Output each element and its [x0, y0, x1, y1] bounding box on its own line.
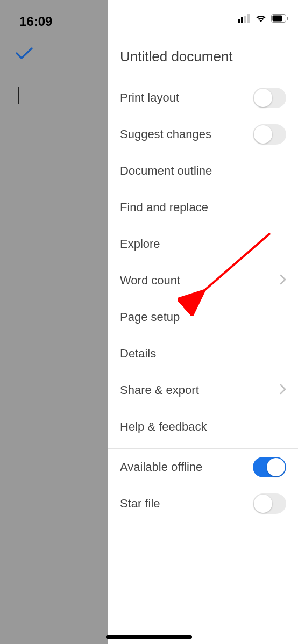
menu-explore[interactable]: Explore — [108, 226, 298, 262]
svg-rect-1 — [241, 17, 243, 23]
panel-header: Untitled document — [108, 0, 298, 76]
home-indicator[interactable] — [106, 635, 192, 639]
menu-label: Suggest changes — [120, 127, 211, 141]
menu-label: Explore — [120, 237, 160, 251]
overflow-menu-panel: Untitled document Print layout Suggest c… — [108, 0, 298, 644]
confirm-check-icon[interactable] — [15, 46, 33, 63]
menu-document-outline[interactable]: Document outline — [108, 153, 298, 189]
svg-rect-0 — [238, 19, 240, 23]
cellular-signal-icon — [238, 14, 251, 23]
toggle-available-offline[interactable] — [253, 457, 286, 477]
menu-label: Help & feedback — [120, 420, 207, 434]
menu-suggest-changes[interactable]: Suggest changes — [108, 116, 298, 153]
menu-label: Star file — [120, 497, 160, 511]
menu-label: Details — [120, 347, 156, 361]
menu-star-file[interactable]: Star file — [108, 485, 298, 522]
menu-word-count[interactable]: Word count — [108, 262, 298, 299]
status-bar-right — [238, 14, 288, 23]
svg-rect-5 — [273, 16, 282, 22]
menu-share-export[interactable]: Share & export — [108, 372, 298, 409]
menu-details[interactable]: Details — [108, 335, 298, 372]
svg-rect-3 — [247, 14, 250, 23]
wifi-icon — [255, 14, 267, 23]
menu-help-feedback[interactable]: Help & feedback — [108, 409, 298, 445]
menu-print-layout[interactable]: Print layout — [108, 80, 298, 116]
menu-page-setup[interactable]: Page setup — [108, 299, 298, 335]
menu-label: Print layout — [120, 91, 179, 105]
svg-rect-6 — [287, 17, 288, 20]
menu-available-offline[interactable]: Available offline — [108, 449, 298, 485]
toggle-print-layout[interactable] — [253, 88, 286, 108]
menu-section-main: Print layout Suggest changes Document ou… — [108, 76, 298, 522]
toggle-star-file[interactable] — [253, 493, 286, 514]
chevron-right-icon — [280, 273, 286, 288]
menu-label: Word count — [120, 274, 180, 288]
document-title: Untitled document — [120, 48, 286, 65]
menu-label: Available offline — [120, 460, 202, 474]
toggle-suggest-changes[interactable] — [253, 124, 286, 145]
text-cursor — [18, 87, 19, 104]
status-time: 16:09 — [19, 14, 52, 29]
svg-rect-2 — [244, 16, 246, 23]
menu-label: Find and replace — [120, 201, 208, 214]
menu-label: Page setup — [120, 310, 180, 324]
battery-icon — [271, 14, 288, 23]
chevron-right-icon — [280, 383, 286, 398]
menu-find-replace[interactable]: Find and replace — [108, 189, 298, 226]
menu-label: Share & export — [120, 383, 199, 397]
menu-label: Document outline — [120, 164, 212, 178]
